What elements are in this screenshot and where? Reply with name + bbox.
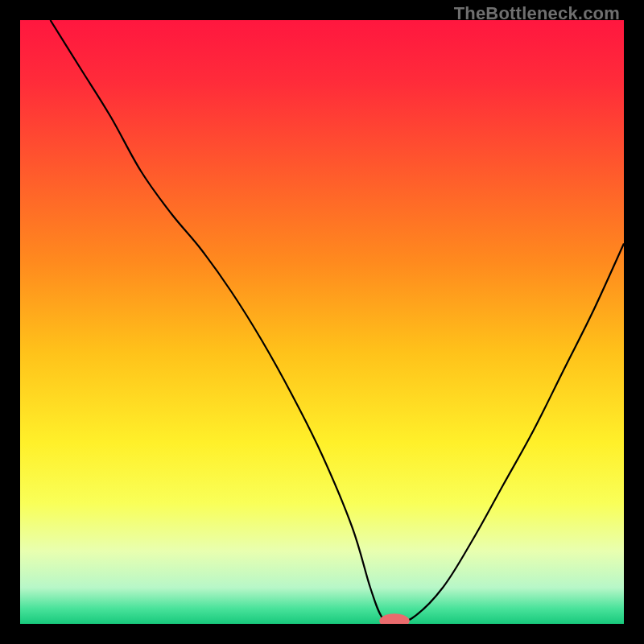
chart-frame: TheBottleneck.com (0, 0, 644, 644)
gradient-background (20, 20, 624, 624)
plot-area (20, 20, 624, 624)
chart-svg (20, 20, 624, 624)
